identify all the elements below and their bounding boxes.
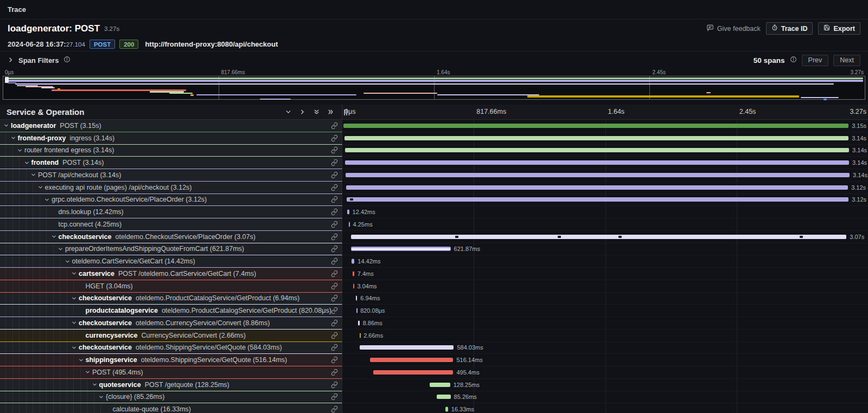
span-link-icon[interactable] (331, 159, 338, 166)
span-bar[interactable] (445, 407, 448, 412)
span-bar[interactable] (353, 283, 354, 288)
span-row-timeline[interactable]: 3.04ms (342, 280, 868, 293)
span-bar[interactable] (351, 235, 847, 239)
span-row-label[interactable]: quoteservicePOST /getquote (128.25ms) (0, 379, 342, 391)
trace-id-button[interactable]: Trace ID (766, 22, 813, 35)
chevron-down-icon[interactable] (71, 295, 79, 301)
collapse-one-icon[interactable] (285, 108, 292, 115)
span-bar[interactable] (351, 247, 451, 251)
span-row-label[interactable]: currencyserviceCurrencyService/Convert (… (0, 330, 342, 342)
span-row-timeline[interactable]: 3.12s (342, 194, 868, 206)
next-button[interactable]: Next (833, 55, 860, 66)
chevron-down-icon[interactable] (71, 345, 79, 351)
span-bar[interactable] (430, 383, 450, 387)
span-row-label[interactable]: grpc.oteldemo.CheckoutService/PlaceOrder… (0, 194, 342, 206)
span-link-icon[interactable] (331, 381, 338, 388)
span-row-timeline[interactable]: 495.4ms (342, 366, 868, 379)
span-bar[interactable] (347, 210, 349, 215)
chevron-down-icon[interactable] (58, 246, 65, 252)
span-bar[interactable] (373, 370, 453, 375)
span-link-icon[interactable] (331, 258, 338, 265)
span-link-icon[interactable] (331, 307, 338, 314)
chevron-down-icon[interactable] (3, 122, 11, 128)
span-row-label[interactable]: loadgeneratorPOST (3.15s) (0, 120, 342, 132)
span-link-icon[interactable] (331, 134, 338, 141)
span-link-icon[interactable] (331, 282, 338, 289)
collapse-all-icon[interactable] (313, 108, 320, 115)
span-bar[interactable] (360, 345, 454, 350)
span-row-timeline[interactable]: 16.33ms (342, 403, 868, 413)
span-link-icon[interactable] (331, 270, 338, 277)
span-bar[interactable] (345, 160, 849, 165)
span-link-icon[interactable] (331, 406, 338, 413)
span-row-label[interactable]: frontend-proxyingress (3.14s) (0, 132, 342, 145)
span-row-timeline[interactable]: 3.12s (342, 182, 868, 194)
span-bar[interactable] (352, 259, 354, 264)
span-row-label[interactable]: checkoutserviceoteldemo.ProductCatalogSe… (0, 293, 342, 305)
prev-button[interactable]: Prev (802, 55, 829, 66)
span-row-label[interactable]: dns.lookup (12.42ms) (0, 206, 342, 218)
span-row-label[interactable]: executing api route (pages) /api/checkou… (0, 182, 342, 194)
span-bar[interactable] (356, 296, 357, 301)
span-row-label[interactable]: {closure} (85.26ms) (0, 391, 342, 404)
span-row-timeline[interactable]: 4.25ms (342, 218, 868, 231)
span-row-label[interactable]: POST (495.4ms) (0, 366, 342, 379)
span-bar[interactable] (356, 308, 358, 313)
span-row-label[interactable]: shippingserviceoteldemo.ShippingService/… (0, 354, 342, 366)
chevron-down-icon[interactable] (30, 172, 38, 178)
span-row-label[interactable]: checkoutserviceoteldemo.CurrencyService/… (0, 317, 342, 330)
span-row-timeline[interactable]: 85.26ms (342, 391, 868, 404)
span-bar[interactable] (346, 185, 848, 190)
span-link-icon[interactable] (331, 357, 338, 364)
span-link-icon[interactable] (331, 295, 338, 302)
span-link-icon[interactable] (331, 122, 338, 129)
chevron-down-icon[interactable] (71, 270, 79, 276)
span-bar[interactable] (345, 148, 849, 152)
span-row-label[interactable]: prepareOrderItemsAndShippingQuoteFromCar… (0, 243, 342, 256)
chevron-down-icon[interactable] (10, 135, 18, 141)
span-row-timeline[interactable]: 621.87ms (342, 243, 868, 256)
chevron-down-icon[interactable] (98, 394, 106, 400)
span-row-timeline[interactable]: 12.42ms (342, 206, 868, 218)
span-row-timeline[interactable]: 3.14s (342, 157, 868, 169)
span-link-icon[interactable] (331, 147, 338, 154)
span-link-icon[interactable] (331, 369, 338, 376)
expand-all-icon[interactable] (327, 108, 334, 115)
span-row-timeline[interactable]: 8.86ms (342, 317, 868, 330)
chevron-down-icon[interactable] (71, 320, 79, 326)
span-row-label[interactable]: checkoutserviceoteldemo.ShippingService/… (0, 342, 342, 354)
span-link-icon[interactable] (331, 171, 338, 178)
span-row-label[interactable]: tcp.connect (4.25ms) (0, 218, 342, 231)
give-feedback-link[interactable]: Give feedback (706, 24, 761, 33)
span-row-timeline[interactable]: 3.07s (342, 231, 868, 243)
span-row-label[interactable]: POST /api/checkout (3.14s) (0, 169, 342, 182)
chevron-down-icon[interactable] (92, 382, 99, 388)
span-link-icon[interactable] (331, 332, 338, 339)
chevron-down-icon[interactable] (17, 147, 24, 153)
span-bar[interactable] (347, 197, 848, 202)
span-link-icon[interactable] (331, 319, 338, 326)
span-bar[interactable] (353, 271, 354, 276)
chevron-down-icon[interactable] (24, 160, 31, 166)
span-row-timeline[interactable]: 516.14ms (342, 354, 868, 366)
span-row-label[interactable]: frontendPOST (3.14s) (0, 157, 342, 169)
span-link-icon[interactable] (331, 209, 338, 216)
span-row-timeline[interactable]: 7.4ms (342, 268, 868, 280)
span-link-icon[interactable] (331, 221, 338, 228)
span-link-icon[interactable] (331, 233, 338, 240)
chevron-down-icon[interactable] (44, 197, 52, 203)
span-row-timeline[interactable]: 128.25ms (342, 379, 868, 391)
span-filters-toggle[interactable]: Span Filters (8, 55, 71, 65)
chevron-down-icon[interactable] (78, 357, 86, 363)
span-row-label[interactable]: cartservicePOST /oteldemo.CartService/Ge… (0, 268, 342, 280)
span-link-icon[interactable] (331, 393, 338, 401)
span-row-timeline[interactable]: 3.14s (342, 145, 868, 157)
span-link-icon[interactable] (331, 344, 338, 351)
chevron-down-icon[interactable] (37, 184, 45, 190)
span-bar[interactable] (370, 358, 453, 362)
span-bar[interactable] (358, 320, 360, 325)
span-row-label[interactable]: router frontend egress (3.14s) (0, 145, 342, 157)
span-bar[interactable] (343, 124, 848, 128)
span-bar[interactable] (346, 173, 850, 177)
span-row-timeline[interactable]: 3.14s (342, 132, 868, 145)
